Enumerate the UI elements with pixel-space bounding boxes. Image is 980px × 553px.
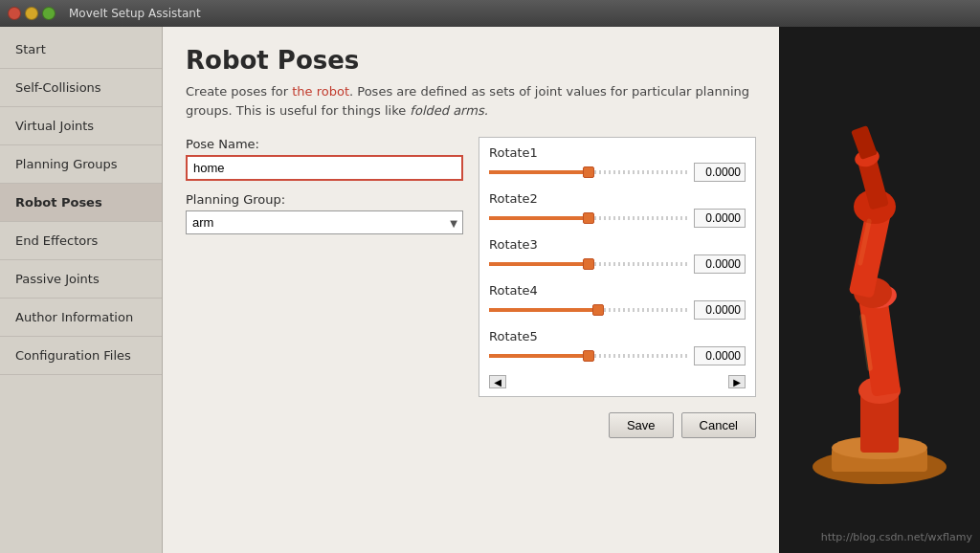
- description-italic: folded arms.: [410, 103, 487, 118]
- slider-filled-rotate5: [489, 354, 589, 358]
- page-title: Robot Poses: [186, 46, 756, 75]
- slider-value-rotate4[interactable]: [694, 300, 746, 320]
- slider-track-wrapper-rotate4[interactable]: [489, 302, 688, 318]
- bottom-nav: Save Cancel: [186, 412, 756, 438]
- slider-value-rotate1[interactable]: [694, 163, 746, 182]
- sidebar-item-passive-joints[interactable]: Passive Joints: [0, 260, 162, 299]
- slider-track-rotate3: [489, 262, 688, 266]
- slider-label-rotate3: Rotate3: [489, 237, 746, 252]
- scroll-arrows: ◀ ▶: [489, 375, 746, 388]
- slider-value-rotate2[interactable]: [694, 209, 746, 228]
- slider-controls-rotate2: [489, 209, 746, 228]
- slider-track-wrapper-rotate3[interactable]: [489, 256, 688, 272]
- sidebar-item-virtual-joints[interactable]: Virtual Joints: [0, 107, 162, 145]
- window-controls[interactable]: [8, 7, 56, 20]
- robot-preview: http://blog.csdn.net/wxflamy: [779, 27, 980, 553]
- slider-row-rotate4: Rotate4: [489, 283, 746, 320]
- page-description: Create poses for the robot. Poses are de…: [186, 82, 756, 120]
- slider-filled-rotate3: [489, 262, 589, 266]
- slider-track-wrapper-rotate5[interactable]: [489, 348, 688, 364]
- slider-thumb-rotate2[interactable]: [583, 212, 594, 224]
- scroll-left-button[interactable]: ◀: [489, 375, 506, 388]
- minimize-button[interactable]: [25, 7, 38, 20]
- close-button[interactable]: [8, 7, 21, 20]
- scroll-right-button[interactable]: ▶: [728, 375, 746, 388]
- planning-group-select[interactable]: arm: [186, 210, 463, 234]
- description-highlight: the robot: [292, 84, 349, 99]
- cancel-button[interactable]: Cancel: [681, 412, 756, 438]
- slider-filled-rotate1: [489, 170, 589, 174]
- sidebar-item-robot-poses[interactable]: Robot Poses: [0, 184, 162, 222]
- slider-track-wrapper-rotate2[interactable]: [489, 210, 688, 226]
- robot-svg: [779, 27, 980, 553]
- slider-label-rotate4: Rotate4: [489, 283, 746, 298]
- sidebar-item-author-information[interactable]: Author Information: [0, 299, 162, 337]
- slider-value-rotate5[interactable]: [694, 346, 746, 365]
- slider-value-rotate3[interactable]: [694, 254, 746, 274]
- maximize-button[interactable]: [42, 7, 56, 20]
- slider-label-rotate1: Rotate1: [489, 145, 746, 160]
- sidebar-item-planning-groups[interactable]: Planning Groups: [0, 145, 162, 184]
- slider-controls-rotate5: [489, 346, 746, 365]
- sidebar: Start Self-Collisions Virtual Joints Pla…: [0, 27, 163, 553]
- slider-thumb-rotate4[interactable]: [592, 304, 604, 316]
- slider-row-rotate5: Rotate5: [489, 329, 746, 365]
- slider-thumb-rotate5[interactable]: [583, 350, 594, 362]
- slider-row-rotate3: Rotate3: [489, 237, 746, 274]
- slider-row-rotate2: Rotate2: [489, 191, 746, 228]
- slider-track-rotate4: [489, 308, 688, 312]
- sidebar-item-configuration-files[interactable]: Configuration Files: [0, 337, 162, 375]
- left-form: Pose Name: Planning Group: arm: [186, 137, 463, 397]
- window-title: MoveIt Setup Assistant: [69, 7, 201, 20]
- slider-track-rotate5: [489, 354, 688, 358]
- form-section: Pose Name: Planning Group: arm Rotate1: [186, 137, 756, 397]
- slider-label-rotate5: Rotate5: [489, 329, 746, 343]
- slider-filled-rotate4: [489, 308, 598, 312]
- sidebar-item-self-collisions[interactable]: Self-Collisions: [0, 69, 162, 107]
- sidebar-item-end-effectors[interactable]: End Effectors: [0, 222, 162, 260]
- main-container: Start Self-Collisions Virtual Joints Pla…: [0, 27, 980, 553]
- slider-track-wrapper-rotate1[interactable]: [489, 165, 688, 180]
- watermark: http://blog.csdn.net/wxflamy: [821, 531, 972, 543]
- pose-name-input[interactable]: [186, 155, 463, 181]
- slider-thumb-rotate3[interactable]: [583, 258, 594, 270]
- planning-group-select-wrapper: arm: [186, 210, 463, 234]
- sliders-panel: Rotate1 Rotate2: [479, 137, 756, 397]
- content-area: Robot Poses Create poses for the robot. …: [163, 27, 779, 553]
- pose-name-label: Pose Name:: [186, 137, 463, 151]
- slider-controls-rotate4: [489, 300, 746, 320]
- slider-track-rotate1: [489, 170, 688, 174]
- slider-row-rotate1: Rotate1: [489, 145, 746, 182]
- save-button[interactable]: Save: [609, 412, 674, 438]
- planning-group-label: Planning Group:: [186, 192, 463, 207]
- slider-controls-rotate3: [489, 254, 746, 274]
- slider-thumb-rotate1[interactable]: [583, 166, 594, 178]
- title-bar: MoveIt Setup Assistant: [0, 0, 980, 27]
- slider-filled-rotate2: [489, 216, 589, 220]
- slider-controls-rotate1: [489, 163, 746, 182]
- sidebar-item-start[interactable]: Start: [0, 31, 162, 69]
- slider-track-rotate2: [489, 216, 688, 220]
- slider-label-rotate2: Rotate2: [489, 191, 746, 206]
